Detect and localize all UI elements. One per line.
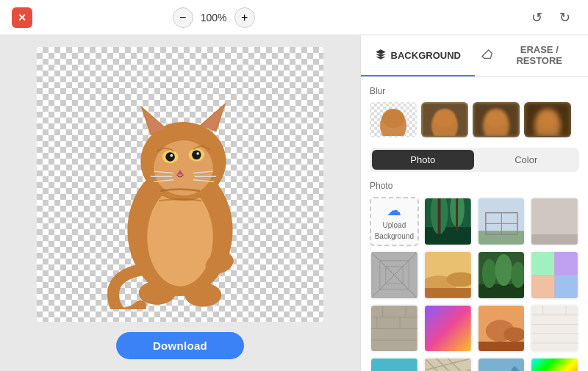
svg-rect-61 xyxy=(425,288,471,298)
photo-thumb-15[interactable] xyxy=(530,357,579,371)
zoom-out-button[interactable]: − xyxy=(173,7,193,28)
close-button[interactable]: ✕ xyxy=(12,7,32,28)
panel-content: Blur xyxy=(361,77,588,371)
svg-point-10 xyxy=(165,152,175,162)
photo-thumb-3[interactable] xyxy=(530,197,579,246)
svg-rect-92 xyxy=(371,359,417,371)
photo-thumb-11[interactable] xyxy=(530,304,579,353)
svg-rect-37 xyxy=(425,227,471,245)
svg-rect-68 xyxy=(531,252,554,275)
photo-thumb-10[interactable] xyxy=(477,304,526,353)
svg-point-21 xyxy=(139,281,176,305)
svg-point-35 xyxy=(537,109,559,128)
toolbar: ✕ − 100% + ↺ ↻ xyxy=(0,0,588,35)
zoom-controls: − 100% + xyxy=(173,7,255,28)
undo-button[interactable]: ↺ xyxy=(526,7,548,29)
svg-rect-69 xyxy=(555,252,578,275)
photo-thumb-7[interactable] xyxy=(530,251,579,300)
svg-rect-70 xyxy=(531,275,554,298)
photo-thumb-4[interactable] xyxy=(370,251,419,300)
blur-none-thumb[interactable] xyxy=(370,102,417,137)
blur-medium-thumb[interactable] xyxy=(473,102,520,137)
download-button[interactable]: Download xyxy=(116,332,244,359)
redo-button[interactable]: ↻ xyxy=(554,7,576,29)
canvas-area: Download xyxy=(0,35,360,371)
svg-rect-41 xyxy=(456,198,458,231)
svg-point-22 xyxy=(184,283,221,306)
photo-thumb-2[interactable] xyxy=(477,197,526,246)
blur-heavy-thumb[interactable] xyxy=(524,102,571,137)
main-content: Download BACKGROUND ERASE / RESTORE Blur xyxy=(0,35,588,371)
photo-thumb-12[interactable] xyxy=(370,357,419,371)
svg-rect-50 xyxy=(371,252,417,298)
svg-rect-107 xyxy=(531,359,578,371)
subtab-photo[interactable]: Photo xyxy=(372,150,474,170)
photo-thumb-9[interactable] xyxy=(423,304,473,353)
photo-thumb-13[interactable] xyxy=(423,357,473,371)
svg-point-65 xyxy=(495,254,512,286)
svg-rect-80 xyxy=(425,306,471,352)
svg-rect-104 xyxy=(478,359,525,371)
svg-point-1 xyxy=(147,187,212,286)
subtab-color[interactable]: Color xyxy=(476,150,578,170)
zoom-value: 100% xyxy=(199,12,229,24)
layers-icon xyxy=(375,48,387,62)
svg-point-12 xyxy=(171,154,173,157)
upload-sublabel: Background xyxy=(375,231,414,241)
panel-tabs: BACKGROUND ERASE / RESTORE xyxy=(361,35,588,77)
blur-row xyxy=(370,102,579,137)
blur-section-label: Blur xyxy=(370,86,579,96)
photo-thumb-6[interactable] xyxy=(477,251,526,300)
canvas-wrapper xyxy=(37,47,323,322)
svg-point-11 xyxy=(192,150,201,159)
svg-rect-71 xyxy=(555,275,578,298)
photo-thumb-14[interactable] xyxy=(477,357,526,371)
history-buttons: ↺ ↻ xyxy=(526,7,576,29)
upload-label: Upload xyxy=(383,220,406,230)
photo-color-subtabs: Photo Color xyxy=(370,148,579,172)
photo-thumb-1[interactable] xyxy=(423,197,473,246)
svg-point-26 xyxy=(382,109,404,128)
svg-rect-48 xyxy=(531,234,578,245)
upload-icon: ☁ xyxy=(387,201,401,219)
zoom-in-button[interactable]: + xyxy=(234,7,255,28)
upload-background-button[interactable]: ☁ Upload Background xyxy=(370,197,419,246)
tab-erase-restore[interactable]: ERASE / RESTORE xyxy=(475,35,589,76)
svg-rect-85 xyxy=(531,306,578,352)
photo-thumb-8[interactable] xyxy=(370,304,419,353)
svg-rect-84 xyxy=(478,342,525,352)
photo-grid: ☁ Upload Background xyxy=(370,197,579,371)
blur-light-thumb[interactable] xyxy=(421,102,468,137)
photo-grid-label: Photo xyxy=(370,181,579,191)
svg-point-32 xyxy=(485,109,507,128)
tab-background[interactable]: BACKGROUND xyxy=(361,35,475,76)
svg-rect-40 xyxy=(437,198,440,234)
svg-point-64 xyxy=(481,259,496,288)
right-panel: BACKGROUND ERASE / RESTORE Blur xyxy=(360,35,588,371)
svg-point-13 xyxy=(196,152,199,155)
svg-point-83 xyxy=(503,327,524,342)
cat-image xyxy=(77,60,283,309)
eraser-icon xyxy=(481,48,492,62)
svg-point-29 xyxy=(434,109,456,128)
photo-thumb-5[interactable] xyxy=(423,251,473,300)
